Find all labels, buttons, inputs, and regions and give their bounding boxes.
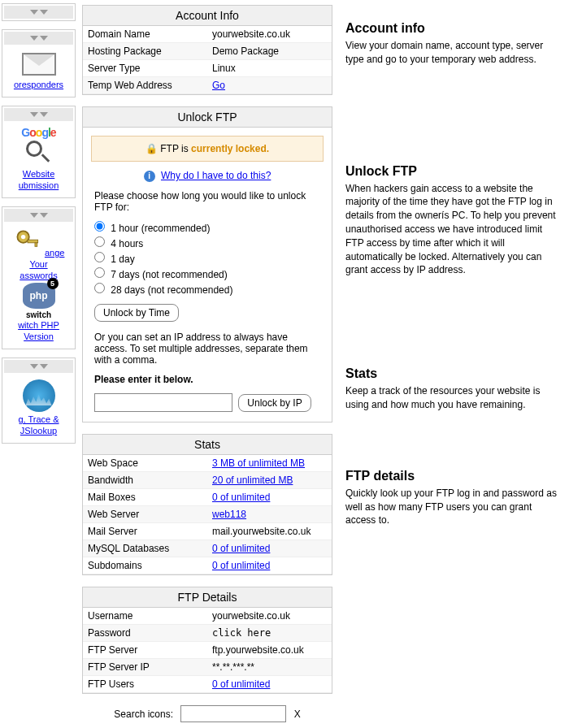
unlock-by-time-button[interactable]: Unlock by Time <box>94 304 179 322</box>
value-link[interactable]: 0 of unlimited <box>212 560 270 571</box>
row-value: 20 of unlimited MB <box>207 472 332 489</box>
svg-point-1 <box>20 235 24 239</box>
unlock-ftp-panel: Unlock FTP 🔒 FTP is currently locked. i … <box>82 106 332 422</box>
duration-radio[interactable] <box>94 221 105 232</box>
duration-option[interactable]: 1 hour (recommended) <box>94 221 320 234</box>
row-value: 0 of unlimited <box>207 489 332 506</box>
row-value: ftp.yourwebsite.co.uk <box>207 642 332 659</box>
search-icons-input[interactable] <box>180 705 286 722</box>
duration-radio[interactable] <box>94 236 105 247</box>
row-value: click here <box>207 625 332 642</box>
row-label: Mail Boxes <box>83 489 207 506</box>
ftp-details-panel: FTP Details Usernameyourwebsite.co.ukPas… <box>82 587 332 694</box>
unlock-by-ip-button[interactable]: Unlock by IP <box>238 394 311 412</box>
row-label: Temp Web Address <box>83 77 207 94</box>
ftp-why-row: i Why do I have to do this? <box>83 170 332 182</box>
annotation-body: Quickly look up your FTP log in and pass… <box>345 487 557 527</box>
panel-header: Account Info <box>83 6 332 26</box>
annotation-body: Keep a track of the resources your websi… <box>345 384 557 412</box>
duration-option[interactable]: 1 day <box>94 252 320 265</box>
sidebar-link-trace[interactable]: g, Trace &JSlookup <box>18 414 59 436</box>
annotation-title: Stats <box>345 366 557 381</box>
sidebar-block: ange Yourasswords php5 switch witch PHPV… <box>2 206 76 349</box>
value-link[interactable]: Go <box>212 80 225 91</box>
ip-input[interactable] <box>94 393 232 412</box>
panel-header: FTP Details <box>83 587 332 608</box>
collapse-handle[interactable] <box>4 209 73 222</box>
collapse-handle[interactable] <box>4 32 73 45</box>
chevron-down-icon <box>40 10 48 15</box>
stats-table: Web Space3 MB of unlimited MBBandwidth20… <box>83 455 332 574</box>
table-row: Domain Nameyourwebsite.co.uk <box>83 26 332 43</box>
row-value: 0 of unlimited <box>207 676 332 693</box>
svg-rect-3 <box>35 243 37 247</box>
row-label: Password <box>83 625 207 642</box>
row-value: Go <box>207 77 332 94</box>
table-row: Passwordclick here <box>83 625 332 642</box>
mail-icon <box>22 53 56 76</box>
search-clear[interactable]: X <box>294 708 301 720</box>
annotation-title: FTP details <box>345 469 557 483</box>
table-row: Hosting PackageDemo Package <box>83 43 332 60</box>
table-row: Subdomains0 of unlimited <box>83 557 332 574</box>
sidebar-link-autoresponders[interactable]: oresponders <box>14 80 63 89</box>
info-icon: i <box>144 171 155 182</box>
panel-header: Stats <box>83 435 332 455</box>
ftp-details-table: Usernameyourwebsite.co.ukPasswordclick h… <box>83 608 332 693</box>
collapse-handle[interactable] <box>4 108 73 121</box>
sidebar-block: oresponders <box>2 29 76 98</box>
google-icon: Google <box>6 126 72 139</box>
value-link[interactable]: 0 of unlimited <box>212 543 270 554</box>
row-value: **.**.***.** <box>207 659 332 676</box>
ftp-ip-text: Or you can set an IP address to always h… <box>94 332 320 366</box>
duration-option[interactable]: 7 days (not recommended) <box>94 267 320 280</box>
duration-radio[interactable] <box>94 283 105 293</box>
duration-radio[interactable] <box>94 267 105 278</box>
value-link[interactable]: 3 MB of unlimited MB <box>212 457 305 469</box>
ftp-enter-below: Please enter it below. <box>94 374 320 385</box>
table-row: FTP Serverftp.yourwebsite.co.uk <box>83 642 332 659</box>
row-label: Web Space <box>83 455 207 472</box>
row-label: FTP Server IP <box>83 659 207 676</box>
table-row: Web Space3 MB of unlimited MB <box>83 455 332 472</box>
annotation-body: When hackers gain access to a website th… <box>345 182 557 278</box>
table-row: Server TypeLinux <box>83 60 332 77</box>
sidebar-link-website-submission[interactable]: Websiteubmission <box>19 169 59 190</box>
row-value: 3 MB of unlimited MB <box>207 455 332 472</box>
value-link[interactable]: web118 <box>212 509 246 520</box>
table-row: Mail Servermail.yourwebsite.co.uk <box>83 523 332 540</box>
account-info-table: Domain Nameyourwebsite.co.ukHosting Pack… <box>83 26 332 94</box>
duration-radio[interactable] <box>94 252 105 262</box>
table-row: FTP Users0 of unlimited <box>83 676 332 693</box>
ftp-status-prefix: FTP is <box>160 143 191 154</box>
sidebar-link-switch-php[interactable]: witch PHPVersion <box>18 320 59 341</box>
row-value: 0 of unlimited <box>207 540 332 557</box>
sidebar-block: g, Trace &JSlookup <box>2 358 76 444</box>
svg-rect-2 <box>28 240 38 243</box>
annotation-stats: Stats Keep a track of the resources your… <box>345 366 557 412</box>
collapse-handle[interactable] <box>4 360 73 373</box>
value-link[interactable]: 0 of unlimited <box>212 678 270 690</box>
duration-option[interactable]: 4 hours <box>94 236 320 249</box>
ftp-choose-text: Please choose how long you would like to… <box>94 190 320 213</box>
ftp-status: currently locked. <box>191 143 269 154</box>
collapse-handle[interactable] <box>4 6 73 19</box>
duration-option[interactable]: 28 days (not recommended) <box>94 283 320 296</box>
row-value: Demo Package <box>207 43 332 60</box>
row-value: yourwebsite.co.uk <box>207 608 332 625</box>
why-link[interactable]: Why do I have to do this? <box>161 170 271 181</box>
row-label: Username <box>83 608 207 625</box>
row-label: FTP Server <box>83 642 207 659</box>
row-label: Domain Name <box>83 26 207 43</box>
php-icon: php5 <box>23 283 55 309</box>
stats-panel: Stats Web Space3 MB of unlimited MBBandw… <box>82 434 332 575</box>
annotation-title: Account info <box>345 21 557 36</box>
sidebar-block <box>2 3 76 21</box>
main-column: Account Info Domain Nameyourwebsite.co.u… <box>77 0 337 728</box>
value-link[interactable]: 0 of unlimited <box>212 492 270 503</box>
wave-icon <box>23 379 55 412</box>
row-label: Bandwidth <box>83 472 207 489</box>
value-link[interactable]: 20 of unlimited MB <box>212 474 293 486</box>
row-label: Server Type <box>83 60 207 77</box>
switch-label: switch <box>6 310 72 319</box>
